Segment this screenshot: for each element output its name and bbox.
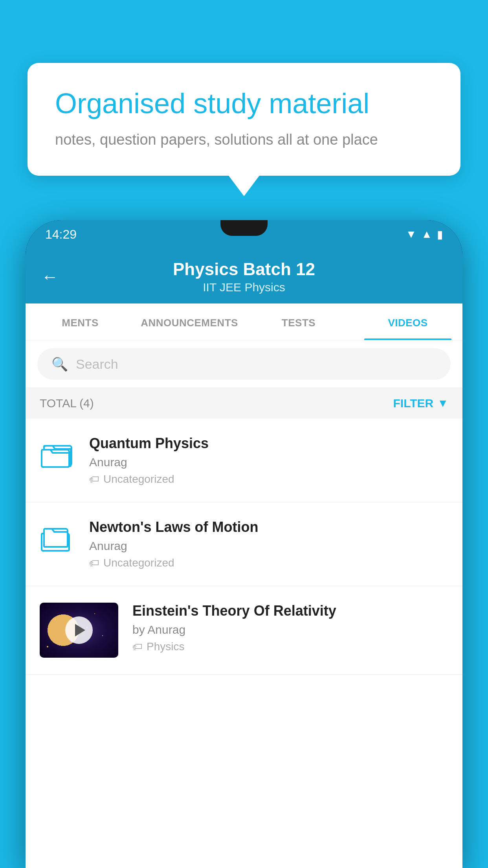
header-center: Physics Batch 12 IIT JEE Physics xyxy=(70,259,418,294)
tag-icon: 🏷 xyxy=(89,557,99,569)
list-item[interactable]: Quantum Physics Anurag 🏷 Uncategorized xyxy=(26,419,462,502)
folder-icon xyxy=(40,519,75,554)
filter-button[interactable]: FILTER ▼ xyxy=(393,397,448,410)
tab-ments[interactable]: MENTS xyxy=(26,303,135,340)
video-title: Einstein's Theory Of Relativity xyxy=(132,603,448,619)
video-info: Quantum Physics Anurag 🏷 Uncategorized xyxy=(89,435,448,485)
tabs-bar: MENTS ANNOUNCEMENTS TESTS VIDEOS xyxy=(26,303,462,340)
video-info: Einstein's Theory Of Relativity by Anura… xyxy=(132,603,448,653)
status-icons: ▼ ▲ ▮ xyxy=(406,228,443,241)
status-bar: 14:29 ▼ ▲ ▮ xyxy=(26,220,462,248)
video-tag: 🏷 Uncategorized xyxy=(89,557,448,569)
tab-announcements[interactable]: ANNOUNCEMENTS xyxy=(135,303,244,340)
tag-icon: 🏷 xyxy=(89,473,99,485)
status-time: 14:29 xyxy=(45,227,77,242)
video-tag: 🏷 Physics xyxy=(132,640,448,653)
tab-tests[interactable]: TESTS xyxy=(244,303,353,340)
video-list: Quantum Physics Anurag 🏷 Uncategorized xyxy=(26,419,462,868)
signal-icon: ▲ xyxy=(421,228,432,241)
phone-frame: 14:29 ▼ ▲ ▮ ← Physics Batch 12 IIT JEE P… xyxy=(26,220,462,868)
filter-label: FILTER xyxy=(393,397,434,410)
list-item[interactable]: Newton's Laws of Motion Anurag 🏷 Uncateg… xyxy=(26,502,462,586)
tag-icon: 🏷 xyxy=(132,641,143,653)
filter-funnel-icon: ▼ xyxy=(437,397,448,410)
folder-icon xyxy=(40,435,75,471)
search-icon: 🔍 xyxy=(51,356,68,372)
video-title: Newton's Laws of Motion xyxy=(89,519,448,535)
header-title: Physics Batch 12 xyxy=(70,259,418,279)
back-button[interactable]: ← xyxy=(41,267,59,287)
search-container: 🔍 Search xyxy=(26,340,462,388)
total-label: TOTAL (4) xyxy=(40,397,94,410)
phone-screen: 14:29 ▼ ▲ ▮ ← Physics Batch 12 IIT JEE P… xyxy=(26,220,462,868)
speech-bubble: Organised study material notes, question… xyxy=(28,63,460,176)
video-tag: 🏷 Uncategorized xyxy=(89,473,448,485)
tag-label: Uncategorized xyxy=(103,557,174,569)
wifi-icon: ▼ xyxy=(406,228,417,241)
video-author: by Anurag xyxy=(132,623,448,636)
tag-label: Uncategorized xyxy=(103,473,174,485)
filter-bar: TOTAL (4) FILTER ▼ xyxy=(26,388,462,419)
app-header: ← Physics Batch 12 IIT JEE Physics xyxy=(26,248,462,303)
play-triangle-icon xyxy=(75,624,85,636)
video-thumbnail xyxy=(40,603,118,658)
bubble-title: Organised study material xyxy=(55,86,433,120)
header-subtitle: IIT JEE Physics xyxy=(70,281,418,294)
video-author: Anurag xyxy=(89,539,448,553)
tab-videos[interactable]: VIDEOS xyxy=(353,303,462,340)
search-input[interactable]: Search xyxy=(76,357,118,372)
play-button[interactable] xyxy=(65,616,93,644)
list-item[interactable]: Einstein's Theory Of Relativity by Anura… xyxy=(26,586,462,675)
search-bar[interactable]: 🔍 Search xyxy=(37,348,451,380)
video-info: Newton's Laws of Motion Anurag 🏷 Uncateg… xyxy=(89,519,448,569)
battery-icon: ▮ xyxy=(437,228,443,241)
bubble-subtitle: notes, question papers, solutions all at… xyxy=(55,131,433,148)
video-title: Quantum Physics xyxy=(89,435,448,452)
video-author: Anurag xyxy=(89,456,448,469)
tag-label: Physics xyxy=(147,640,184,653)
